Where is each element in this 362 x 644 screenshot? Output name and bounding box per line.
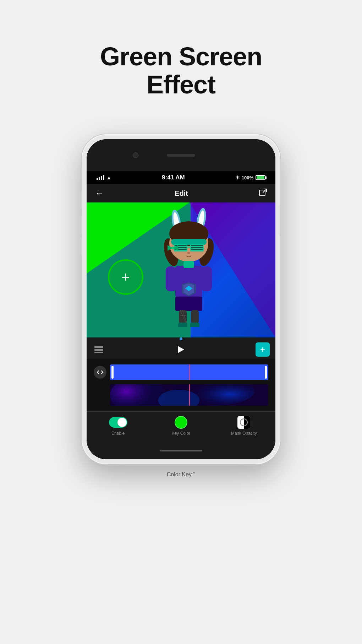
mask-opacity-label: Mask Opacity xyxy=(231,431,257,436)
svg-rect-25 xyxy=(201,266,212,291)
color-picker-plus-icon: + xyxy=(121,270,130,284)
nav-title: Edit xyxy=(175,189,188,197)
svg-rect-23 xyxy=(183,261,194,268)
mask-opacity-icon xyxy=(237,416,250,429)
thumb-playhead xyxy=(189,384,190,406)
svg-rect-24 xyxy=(166,266,176,291)
play-triangle-icon xyxy=(178,346,184,353)
layers-button[interactable] xyxy=(92,343,105,356)
key-color-icon-wrapper xyxy=(175,415,187,429)
svg-rect-17 xyxy=(191,245,203,246)
scrubber-bar xyxy=(87,337,275,340)
battery-percent: 100% xyxy=(242,175,253,180)
phone-mockup: ▲ 9:41 AM ✶ 100% ← xyxy=(82,134,280,464)
svg-rect-19 xyxy=(191,249,203,250)
svg-rect-29 xyxy=(191,310,199,324)
enable-label: Enable xyxy=(111,431,125,436)
svg-rect-18 xyxy=(191,247,203,248)
clip-handle-left[interactable] xyxy=(111,366,114,379)
phone-outer: ▲ 9:41 AM ✶ 100% ← xyxy=(82,134,280,464)
svg-point-21 xyxy=(187,252,190,254)
character-illustration xyxy=(150,206,228,327)
nav-bar: ← Edit xyxy=(87,184,275,202)
key-color-circle xyxy=(175,416,187,429)
status-bar: ▲ 9:41 AM ✶ 100% xyxy=(87,171,275,184)
timeline-track-1 xyxy=(87,364,275,380)
key-color-label: Key Color xyxy=(172,431,191,436)
status-right: ✶ 100% xyxy=(235,175,265,180)
export-button[interactable] xyxy=(259,189,267,198)
signal-icon xyxy=(97,175,104,180)
page-title: Green Screen Effect xyxy=(100,43,262,99)
svg-rect-39 xyxy=(94,349,103,351)
title-line1: Green Screen xyxy=(100,42,262,71)
track-icon-code xyxy=(94,366,106,379)
title-line2: Effect xyxy=(147,70,215,99)
wifi-icon: ▲ xyxy=(106,175,111,180)
phone-speaker xyxy=(167,154,195,157)
clip-handle-right[interactable] xyxy=(265,366,267,379)
video-preview: + xyxy=(87,202,275,337)
clip-block[interactable] xyxy=(110,364,268,380)
page-heading: Green Screen Effect xyxy=(100,21,262,117)
clip-playhead xyxy=(189,364,190,380)
phone-camera xyxy=(133,152,138,158)
phone-bottom-bezel xyxy=(87,442,275,459)
home-indicator xyxy=(160,450,202,451)
color-key-label: Color Key " xyxy=(167,471,195,477)
add-button[interactable]: + xyxy=(256,342,270,357)
svg-rect-14 xyxy=(175,245,187,246)
back-button[interactable]: ← xyxy=(95,188,104,198)
add-icon: + xyxy=(260,345,265,354)
color-picker-circle[interactable]: + xyxy=(108,259,143,295)
svg-rect-27 xyxy=(175,297,202,311)
phone-top-bezel xyxy=(87,139,275,171)
toggle-knob xyxy=(117,418,127,427)
bottom-tab-bar: Enable Key Color xyxy=(87,411,275,442)
svg-rect-20 xyxy=(187,247,190,248)
bottom-toolbar: + xyxy=(87,340,275,359)
phone-inner: ▲ 9:41 AM ✶ 100% ← xyxy=(87,139,275,459)
battery-icon xyxy=(256,175,265,180)
play-button[interactable] xyxy=(172,342,188,357)
tab-key-color[interactable]: Key Color xyxy=(149,415,212,436)
timeline-area xyxy=(87,359,275,411)
svg-rect-11 xyxy=(171,239,207,245)
svg-point-42 xyxy=(110,384,165,406)
status-left: ▲ xyxy=(97,175,111,180)
svg-point-37 xyxy=(171,247,174,249)
timeline-thumb-track xyxy=(110,384,268,406)
tab-enable[interactable]: Enable xyxy=(87,415,149,436)
svg-rect-40 xyxy=(94,352,103,353)
mask-opacity-icon-wrapper xyxy=(237,415,250,429)
enable-toggle[interactable] xyxy=(109,417,127,428)
bluetooth-icon: ✶ xyxy=(235,175,240,180)
bottom-label-area: Color Key " xyxy=(167,471,195,478)
enable-icon-wrapper xyxy=(109,415,127,429)
svg-rect-35 xyxy=(178,323,187,327)
svg-rect-38 xyxy=(94,346,103,348)
svg-rect-36 xyxy=(190,323,199,327)
scrubber-dot xyxy=(180,337,182,340)
tab-mask-opacity[interactable]: Mask Opacity xyxy=(213,415,275,436)
status-time: 9:41 AM xyxy=(162,174,185,181)
phone-screen: ▲ 9:41 AM ✶ 100% ← xyxy=(87,171,275,459)
